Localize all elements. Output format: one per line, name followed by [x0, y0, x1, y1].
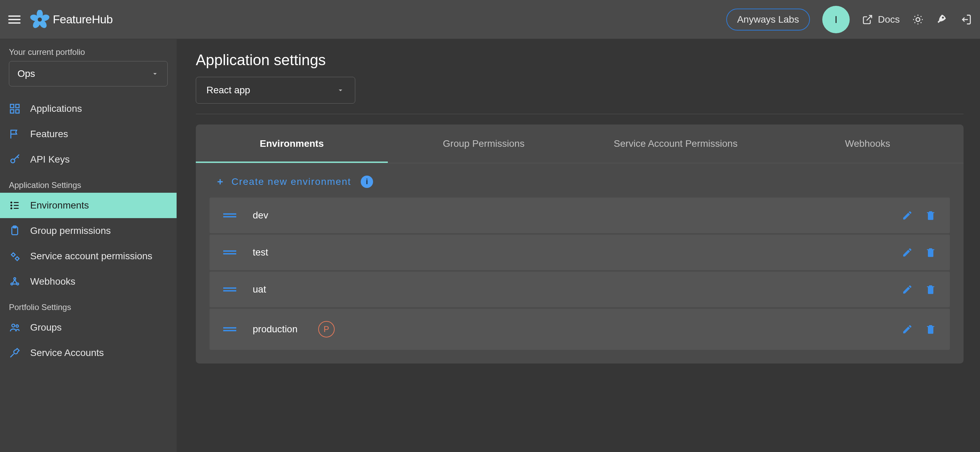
svg-rect-18: [16, 104, 19, 108]
delete-icon[interactable]: [925, 247, 936, 258]
header-left: FeatureHub: [8, 10, 113, 29]
drag-handle[interactable]: [223, 249, 236, 256]
docs-link[interactable]: Docs: [862, 14, 900, 25]
production-badge: P: [318, 321, 335, 337]
user-avatar[interactable]: I: [822, 6, 850, 33]
svg-point-22: [11, 202, 12, 203]
nav-label: Webhooks: [30, 276, 75, 287]
tab-environments[interactable]: Environments: [196, 124, 388, 163]
svg-line-14: [915, 22, 915, 23]
svg-rect-42: [223, 253, 236, 255]
svg-rect-41: [223, 250, 236, 252]
divider: [196, 114, 964, 114]
svg-rect-46: [223, 330, 236, 331]
chevron-down-icon: [151, 70, 159, 78]
nav-label: Service account permissions: [30, 251, 152, 262]
environment-list: dev test: [196, 197, 964, 350]
nav-environments[interactable]: Environments: [0, 193, 177, 218]
svg-point-35: [12, 324, 15, 327]
create-environment-button[interactable]: Create new environment: [216, 176, 351, 187]
svg-rect-17: [10, 104, 14, 108]
svg-line-10: [915, 16, 915, 16]
nav-service-account-permissions[interactable]: Service account permissions: [0, 244, 177, 269]
row-actions: [902, 210, 936, 221]
svg-rect-44: [223, 290, 236, 291]
create-row: Create new environment i: [196, 163, 964, 197]
svg-point-7: [916, 18, 920, 21]
logout-button[interactable]: [960, 14, 972, 25]
nav-groups[interactable]: Groups: [0, 315, 177, 340]
svg-point-33: [11, 283, 13, 285]
brand-logo[interactable]: FeatureHub: [30, 10, 113, 29]
brand-name: FeatureHub: [53, 13, 113, 26]
nav-features[interactable]: Features: [0, 121, 177, 147]
svg-point-36: [16, 325, 19, 327]
svg-rect-40: [223, 216, 236, 217]
edit-icon[interactable]: [902, 210, 913, 221]
nav-label: API Keys: [30, 154, 70, 165]
nav-label: Environments: [30, 200, 89, 211]
nav-group-permissions[interactable]: Group permissions: [0, 218, 177, 244]
environment-row: production P: [210, 309, 950, 350]
rocket-button[interactable]: [936, 14, 948, 25]
menu-toggle-button[interactable]: [8, 16, 21, 24]
main-content: Application settings React app Environme…: [177, 39, 980, 452]
app-header: FeatureHub Anyways Labs I Docs: [0, 0, 980, 39]
svg-rect-20: [16, 110, 19, 113]
nav-applications[interactable]: Applications: [0, 96, 177, 121]
webhook-icon: [9, 276, 21, 287]
svg-rect-43: [223, 287, 236, 289]
nav-webhooks[interactable]: Webhooks: [0, 269, 177, 294]
nav-label: Groups: [30, 322, 62, 333]
nav-label: Group permissions: [30, 225, 111, 236]
portfolio-label: Your current portfolio: [0, 47, 177, 57]
environment-name: test: [253, 247, 268, 258]
svg-rect-19: [10, 110, 14, 113]
clipboard-icon: [9, 225, 21, 237]
edit-icon[interactable]: [902, 247, 913, 258]
flag-icon: [9, 128, 21, 140]
rocket-icon: [936, 14, 948, 25]
tab-bar: Environments Group Permissions Service A…: [196, 124, 964, 163]
chevron-down-icon: [336, 86, 345, 94]
tab-service-account-permissions[interactable]: Service Account Permissions: [580, 124, 772, 163]
portfolio-select[interactable]: Ops: [9, 61, 168, 86]
sidebar: Your current portfolio Ops Applications …: [0, 39, 177, 452]
theme-toggle-button[interactable]: [912, 14, 924, 25]
application-select[interactable]: React app: [196, 77, 355, 103]
delete-icon[interactable]: [925, 324, 936, 335]
users-icon: [9, 321, 21, 333]
delete-icon[interactable]: [925, 210, 936, 221]
drag-handle[interactable]: [223, 212, 236, 219]
edit-icon[interactable]: [902, 284, 913, 295]
environment-name: uat: [253, 284, 266, 295]
portfolio-value: Ops: [18, 68, 35, 79]
svg-point-21: [11, 159, 15, 163]
svg-point-30: [12, 253, 15, 256]
tab-group-permissions[interactable]: Group Permissions: [388, 124, 580, 163]
svg-point-24: [11, 205, 12, 206]
section-portfolio-settings-label: Portfolio Settings: [0, 294, 177, 315]
svg-point-31: [16, 257, 19, 260]
nav-service-accounts[interactable]: Service Accounts: [0, 340, 177, 366]
svg-line-11: [921, 22, 921, 23]
nav-api-keys[interactable]: API Keys: [0, 147, 177, 172]
drag-handle[interactable]: [223, 326, 236, 333]
drag-handle[interactable]: [223, 286, 236, 293]
svg-rect-45: [223, 327, 236, 329]
delete-icon[interactable]: [925, 284, 936, 295]
organization-chip[interactable]: Anyways Labs: [726, 9, 810, 30]
tab-webhooks[interactable]: Webhooks: [772, 124, 964, 163]
info-icon[interactable]: i: [361, 175, 373, 188]
gears-icon: [9, 250, 21, 262]
row-actions: [902, 324, 936, 335]
svg-point-5: [38, 18, 42, 22]
featurehub-logo-icon: [30, 10, 49, 29]
header-right: Anyways Labs I Docs: [726, 6, 972, 33]
settings-panel: Environments Group Permissions Service A…: [196, 124, 964, 363]
drag-icon: [223, 249, 236, 256]
nav-label: Applications: [30, 103, 82, 114]
svg-line-6: [867, 16, 872, 21]
environment-row: test: [210, 235, 950, 270]
edit-icon[interactable]: [902, 324, 913, 335]
